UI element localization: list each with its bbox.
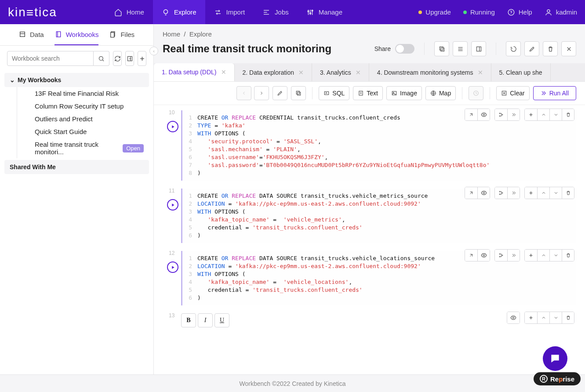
nav-jobs[interactable]: Jobs <box>254 0 298 24</box>
worksheet-tab[interactable]: 4. Downstream monitoring systems✕ <box>369 63 491 81</box>
delete-block-button[interactable] <box>562 109 574 120</box>
tree-block-button[interactable] <box>495 187 507 199</box>
clear-button[interactable]: Clear <box>496 86 529 100</box>
tree-my-workbooks[interactable]: ⌄My Workbooks <box>4 73 149 87</box>
top-nav: kin≡tica Home Explore Import Jobs Manage… <box>0 0 585 24</box>
close-tab-icon[interactable]: ✕ <box>356 69 361 76</box>
view-block-button[interactable] <box>477 250 490 261</box>
view-block-button[interactable] <box>507 312 520 323</box>
tree-shared[interactable]: Shared With Me <box>4 160 149 174</box>
edit-button[interactable] <box>524 41 539 56</box>
tree-item[interactable]: Outliers and Predict <box>17 113 149 125</box>
delete-block-button[interactable] <box>562 250 574 261</box>
add-block-button[interactable] <box>525 250 537 261</box>
move-up-button[interactable] <box>537 109 549 120</box>
collapse-button[interactable] <box>125 51 134 66</box>
add-block-button[interactable] <box>525 312 537 323</box>
delete-block-button[interactable] <box>562 187 574 199</box>
add-block-button[interactable] <box>525 187 537 199</box>
collapse-block-button[interactable] <box>465 187 477 199</box>
workbook-search-input[interactable] <box>7 51 94 66</box>
search-button[interactable] <box>94 51 109 66</box>
add-map-button[interactable]: Map <box>425 86 456 100</box>
close-tab-icon[interactable]: ✕ <box>298 69 304 76</box>
add-workbook-button[interactable] <box>138 51 146 66</box>
delete-block-button[interactable] <box>562 312 574 323</box>
manage-icon <box>306 8 314 16</box>
move-down-button[interactable] <box>549 187 562 199</box>
nav-explore[interactable]: Explore <box>153 0 205 24</box>
run-block-button[interactable] <box>167 199 178 211</box>
close-button[interactable] <box>561 41 576 56</box>
tree-block-button[interactable] <box>495 109 507 120</box>
tree-block-button[interactable] <box>495 250 507 261</box>
workbook-icon <box>55 30 62 38</box>
move-down-button[interactable] <box>549 109 562 120</box>
sidetab-data[interactable]: Data <box>18 30 44 45</box>
skip-block-button[interactable] <box>507 250 520 261</box>
run-block-button[interactable] <box>167 121 178 132</box>
worksheet-tab[interactable]: 3. Analytics✕ <box>312 63 369 81</box>
collapse-block-button[interactable] <box>465 250 477 261</box>
worksheet-tab[interactable]: 2. Data exploration✕ <box>235 63 312 81</box>
list-button[interactable] <box>453 41 468 56</box>
add-text-button[interactable]: Text <box>353 86 383 100</box>
code-editor[interactable]: 1CREATE OR REPLACE CREDENTIAL transit_tr… <box>181 110 576 181</box>
nav-home[interactable]: Home <box>105 0 153 24</box>
chevron-down-icon: ⌄ <box>10 76 15 83</box>
underline-button[interactable]: U <box>214 313 229 327</box>
reload-button[interactable] <box>506 41 521 56</box>
tree-item[interactable]: Real time transit truck monitori...Open <box>17 138 149 158</box>
share-toggle[interactable]: Share <box>374 44 414 54</box>
reprise-badge[interactable]: RReprise <box>534 372 581 385</box>
add-image-button[interactable]: Image <box>386 86 422 100</box>
sidetab-files[interactable]: Files <box>109 30 134 45</box>
svg-point-5 <box>547 10 550 12</box>
run-block-button[interactable] <box>167 261 178 273</box>
tree-item[interactable]: Column Row Security IT setup <box>17 100 149 113</box>
copy-button[interactable] <box>434 41 449 56</box>
nav-import[interactable]: Import <box>205 0 254 24</box>
user-icon <box>545 8 552 16</box>
next-cell-button[interactable] <box>254 86 269 100</box>
nav-help[interactable]: Help <box>507 8 532 16</box>
edit-cell-button[interactable] <box>273 86 287 100</box>
chat-bubble[interactable] <box>543 346 567 371</box>
export-button[interactable] <box>471 41 486 56</box>
move-up-button[interactable] <box>537 187 549 199</box>
skip-block-button[interactable] <box>507 109 520 120</box>
nav-manage[interactable]: Manage <box>298 0 351 24</box>
text-icon <box>358 90 364 96</box>
worksheet-tab[interactable]: 1. Data setup (DDL)✕ <box>154 63 235 82</box>
sidetab-workbooks[interactable]: Workbooks <box>55 30 99 45</box>
tree-item[interactable]: Quick Start Guide <box>17 125 149 138</box>
add-block-button[interactable] <box>525 109 537 120</box>
bold-button[interactable]: B <box>181 313 196 327</box>
prev-cell-button[interactable] <box>236 86 251 100</box>
status-running[interactable]: Running <box>463 8 495 16</box>
add-sql-button[interactable]: SQL <box>319 86 349 100</box>
close-tab-icon[interactable]: ✕ <box>221 69 226 76</box>
refresh-button[interactable] <box>113 51 122 66</box>
status-upgrade[interactable]: Upgrade <box>418 8 451 16</box>
italic-button[interactable]: I <box>198 313 213 327</box>
worksheet-tabs: 1. Data setup (DDL)✕2. Data exploration✕… <box>154 63 585 82</box>
view-block-button[interactable] <box>477 187 490 199</box>
delete-button[interactable] <box>543 41 558 56</box>
skip-block-button[interactable] <box>507 187 520 199</box>
collapse-block-button[interactable] <box>465 109 477 120</box>
copy-cell-button[interactable] <box>291 86 306 100</box>
nav-user[interactable]: kadmin <box>545 8 577 16</box>
move-down-button[interactable] <box>549 312 562 323</box>
history-button[interactable] <box>469 86 483 100</box>
tree-item[interactable]: 13F Real time Financial Risk <box>17 87 149 100</box>
run-all-button[interactable]: Run All <box>533 86 576 100</box>
move-down-button[interactable] <box>549 250 562 261</box>
move-up-button[interactable] <box>537 250 549 261</box>
view-block-button[interactable] <box>477 109 490 120</box>
close-tab-icon[interactable]: ✕ <box>478 69 483 76</box>
sidebar-collapse-handle[interactable]: ‹ <box>149 47 158 55</box>
crumb-home[interactable]: Home <box>163 30 180 38</box>
worksheet-tab[interactable]: 5. Clean up she <box>491 63 551 81</box>
move-up-button[interactable] <box>537 312 549 323</box>
